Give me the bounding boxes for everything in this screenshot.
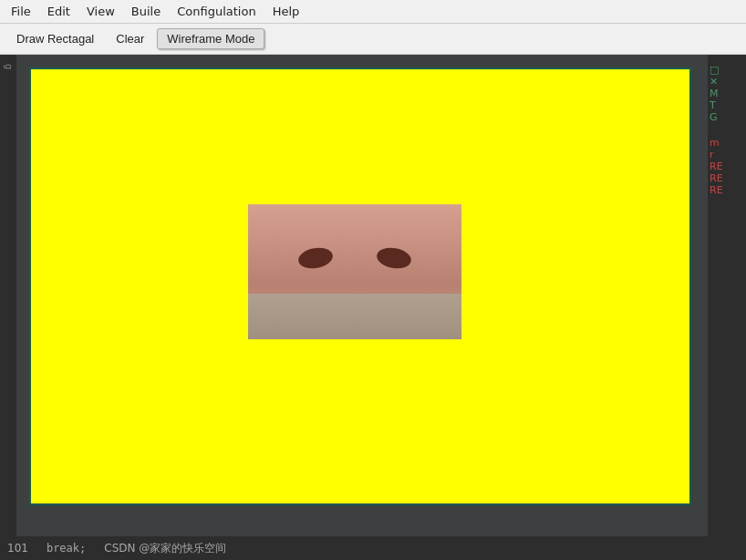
page-number: 101 xyxy=(7,542,28,555)
nose-background xyxy=(248,204,461,339)
canvas-container[interactable] xyxy=(16,55,708,536)
menu-buile[interactable]: Buile xyxy=(124,3,168,20)
nostril-right xyxy=(375,245,412,271)
right-sidebar-item-1: □ xyxy=(710,64,719,76)
right-sidebar-item-2: ✕ xyxy=(710,76,718,88)
menu-file[interactable]: File xyxy=(4,3,38,20)
right-sidebar-item-7: r xyxy=(710,149,714,161)
draw-rectagal-button[interactable]: Draw Rectagal xyxy=(7,29,103,48)
wireframe-mode-button[interactable]: Wireframe Mode xyxy=(157,28,264,49)
right-sidebar-item-5: G xyxy=(710,111,718,123)
clear-button[interactable]: Clear xyxy=(107,29,153,48)
csdn-label: CSDN @家家的快乐空间 xyxy=(104,541,226,556)
menu-configulation[interactable]: Configulation xyxy=(170,3,263,20)
nostril-left xyxy=(296,245,334,271)
menu-help[interactable]: Help xyxy=(265,3,307,20)
right-sidebar-item-6: m xyxy=(710,137,720,149)
menubar: File Edit View Buile Configulation Help xyxy=(0,0,746,24)
menu-view[interactable]: View xyxy=(79,3,122,20)
right-sidebar-item-9: RE xyxy=(710,172,723,184)
bottombar: 101 break; CSDN @家家的快乐空间 xyxy=(0,536,746,560)
nose-image xyxy=(248,204,461,339)
drawing-canvas[interactable] xyxy=(29,67,691,505)
right-sidebar-item-8: RE xyxy=(710,161,723,172)
main-area: g □ ✕ M T G m r RE RE RE xyxy=(0,55,746,536)
menu-edit[interactable]: Edit xyxy=(40,3,78,20)
nose-bottom xyxy=(248,294,461,339)
right-sidebar-item-10: RE xyxy=(710,184,723,196)
right-sidebar: □ ✕ M T G m r RE RE RE xyxy=(708,55,746,536)
sidebar-label: g xyxy=(4,64,14,69)
code-snippet: break; xyxy=(47,542,86,555)
right-sidebar-item-4: T xyxy=(710,99,716,111)
toolbar: Draw Rectagal Clear Wireframe Mode xyxy=(0,24,746,55)
right-sidebar-item-3: M xyxy=(710,88,719,99)
left-sidebar: g xyxy=(0,55,16,536)
